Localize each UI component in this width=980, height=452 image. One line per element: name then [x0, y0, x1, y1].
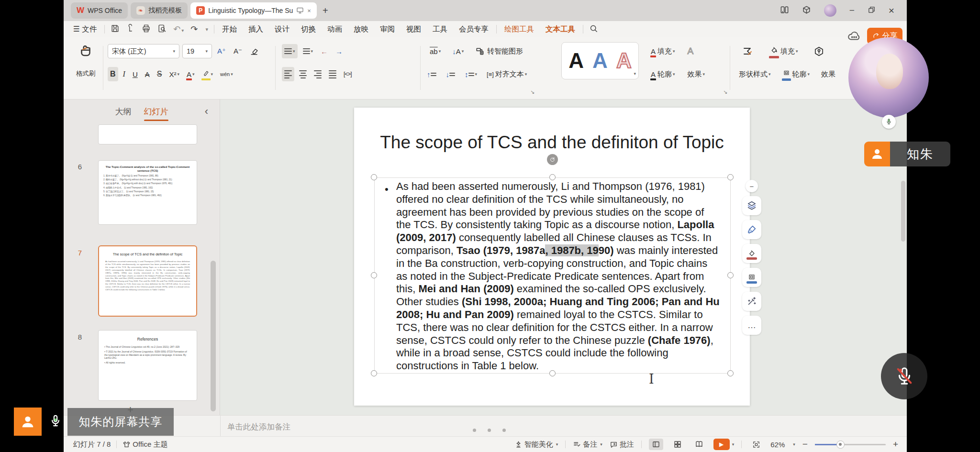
char-strike-button[interactable]: A: [143, 67, 152, 81]
zoom-in-icon[interactable]: +: [893, 439, 898, 450]
sharer-person-icon[interactable]: [14, 408, 42, 436]
new-tab-icon[interactable]: +: [323, 5, 328, 16]
menu-item[interactable]: 放映: [352, 23, 370, 35]
highlight-color-button[interactable]: ▾: [200, 67, 216, 81]
notes-toggle-button[interactable]: 备注▾: [573, 440, 602, 449]
resize-handle-e[interactable]: [727, 272, 734, 278]
sidebar-scrollbar[interactable]: [211, 261, 216, 411]
decrease-font-button[interactable]: A⁻: [231, 44, 245, 58]
menu-item-context[interactable]: 绘图工具: [502, 23, 536, 35]
microphone-muted-button[interactable]: [881, 353, 927, 399]
presenter-camera-avatar[interactable]: [848, 37, 929, 118]
underline-button[interactable]: U: [130, 67, 140, 81]
text-outline-button[interactable]: A轮廓▾: [648, 67, 678, 81]
increase-font-button[interactable]: A⁺: [215, 44, 228, 58]
shape-effects-button[interactable]: 效果: [819, 67, 838, 81]
distribute-text-button[interactable]: [<>]: [341, 67, 354, 81]
slide-sorter-view-button[interactable]: [670, 439, 685, 450]
char-border-button[interactable]: ab▾: [427, 44, 443, 58]
play-options-icon[interactable]: ▾: [732, 442, 735, 447]
zoom-out-icon[interactable]: −: [802, 439, 808, 450]
fill-color-tool-icon[interactable]: [742, 244, 761, 263]
align-left-button[interactable]: [282, 67, 294, 81]
canvas-scrollbar[interactable]: [901, 181, 905, 242]
slide-canvas[interactable]: The scope of TCS and the definiton of To…: [220, 99, 907, 415]
font-size-select[interactable]: 19▾: [182, 44, 212, 58]
outline-tool-icon[interactable]: [742, 268, 761, 287]
bold-button[interactable]: B: [108, 67, 118, 81]
wordart-style-black[interactable]: A: [568, 49, 584, 73]
zoom-slider[interactable]: [815, 444, 886, 445]
slide-thumbnail-6[interactable]: The Topic-Comment analysis of the so-cal…: [98, 160, 197, 225]
restore-window-icon[interactable]: [868, 6, 876, 16]
menu-item[interactable]: 开始: [220, 23, 239, 35]
slide-title[interactable]: The scope of TCS and the definiton of To…: [354, 132, 750, 153]
file-menu[interactable]: ☰ 文件: [71, 23, 99, 35]
resize-handle-se[interactable]: [727, 370, 734, 376]
fit-slide-button[interactable]: [749, 439, 763, 450]
tab-wps-home[interactable]: W WPS Office: [71, 2, 128, 19]
redo-icon[interactable]: ↷: [190, 24, 198, 34]
numbered-list-button[interactable]: ▾: [301, 44, 316, 58]
resize-handle-s[interactable]: [549, 370, 556, 376]
undo-icon[interactable]: ↶▾: [173, 24, 184, 34]
zoom-options-icon[interactable]: ▾: [793, 442, 795, 447]
convert-smartart-button[interactable]: 转智能图形: [473, 44, 525, 58]
cloud-status-icon[interactable]: [847, 30, 861, 44]
align-text-button[interactable]: [≡]对齐文本▾: [484, 67, 529, 81]
space-before-button[interactable]: ↑: [424, 67, 439, 81]
clipboard-icon[interactable]: [126, 24, 135, 34]
text-effects-button[interactable]: 效果▾: [685, 67, 708, 81]
menu-item[interactable]: 会员专享: [457, 23, 490, 35]
text-fill-button[interactable]: A填充▾: [648, 44, 678, 58]
more-tools-icon[interactable]: …: [742, 316, 761, 335]
menu-item[interactable]: 插入: [246, 23, 265, 35]
3d-mode-icon[interactable]: [802, 5, 811, 16]
shape-outline-button[interactable]: 轮廓▾: [780, 67, 813, 81]
line-spacing-button[interactable]: ↕▾: [462, 67, 479, 81]
italic-button[interactable]: I: [121, 67, 128, 81]
resize-handle-n[interactable]: [549, 174, 556, 180]
save-icon[interactable]: [111, 24, 120, 35]
menu-item[interactable]: 审阅: [378, 23, 397, 35]
text-direction-button[interactable]: ↓A▾: [450, 44, 466, 58]
resize-handle-w[interactable]: [371, 272, 377, 278]
outline-tab[interactable]: 大纲: [115, 106, 132, 117]
collapse-panel-icon[interactable]: ‹: [205, 105, 208, 118]
effects-wand-tool-icon[interactable]: [742, 292, 761, 311]
wordart-more-icon[interactable]: ▾: [634, 71, 636, 76]
align-center-button[interactable]: [297, 67, 309, 81]
font-color-button[interactable]: A▾: [184, 67, 197, 81]
format-painter-button[interactable]: 格式刷: [70, 44, 101, 78]
font-name-select[interactable]: 宋体 (正文)▾: [108, 44, 179, 58]
menu-item-context[interactable]: 文本工具: [544, 23, 577, 35]
slide-thumbnail-7-selected[interactable]: The scope of TCS and the definiton of To…: [98, 245, 197, 317]
phonetic-guide-button[interactable]: wén▾: [218, 67, 235, 81]
find-replace-icon[interactable]: [157, 24, 167, 35]
slide-thumbnail-8[interactable]: References The Journal of Chinese Lingui…: [98, 330, 197, 401]
tab-template-store[interactable]: ❧ 找稻壳模板: [131, 2, 188, 19]
split-screen-icon[interactable]: [780, 5, 789, 16]
slide-thumbnail-5-partial[interactable]: [98, 124, 197, 144]
zoom-percentage[interactable]: 62%: [770, 441, 785, 449]
sharer-mic-icon[interactable]: [48, 412, 63, 432]
smart-beautify-button[interactable]: 智能美化▾: [514, 440, 558, 449]
rotate-handle-icon[interactable]: [547, 154, 558, 165]
slides-tab[interactable]: 幻灯片: [144, 106, 168, 117]
collapse-tools-icon[interactable]: −: [746, 180, 758, 192]
slide-7-editor[interactable]: The scope of TCS and the definiton of To…: [354, 108, 750, 406]
space-after-button[interactable]: ↓: [444, 67, 458, 81]
print-icon[interactable]: [142, 24, 151, 35]
wordart-style-red-outline[interactable]: A: [616, 49, 632, 73]
brush-tool-icon[interactable]: [742, 220, 761, 239]
wordart-style-blue[interactable]: A: [592, 49, 608, 73]
zoom-slider-thumb[interactable]: [836, 441, 845, 449]
text-effects-a-icon[interactable]: A: [685, 44, 696, 58]
qat-customize-icon[interactable]: ▾: [205, 26, 208, 33]
superscript-button[interactable]: X²▾: [167, 67, 182, 81]
increase-indent-button[interactable]: →: [333, 44, 345, 58]
wordart-dialog-expander-icon[interactable]: ↘: [723, 89, 727, 95]
menu-item[interactable]: 设计: [273, 23, 291, 35]
notes-placeholder[interactable]: 单击此处添加备注: [227, 422, 290, 432]
decrease-indent-button[interactable]: ←: [318, 44, 330, 58]
